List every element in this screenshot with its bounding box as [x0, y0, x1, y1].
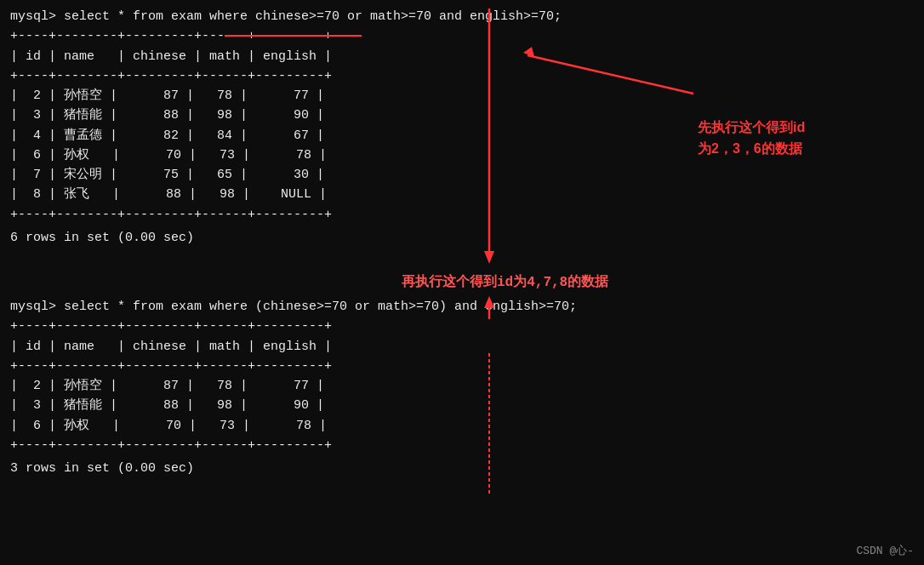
result2: 3 rows in set (0.00 sec) [10, 459, 914, 478]
divider5: +----+--------+---------+------+--------… [10, 357, 914, 376]
table-row: | 7 | 宋公明 | 75 | 65 | 30 | [10, 165, 914, 185]
table-row: | 8 | 张飞 | 88 | 98 | NULL | [10, 185, 914, 204]
annotation1: 再执行这个得到id为4,7,8的数据 [402, 272, 914, 294]
terminal-content: mysql> select * from exam where chinese>… [0, 0, 924, 488]
table-row: | 6 | 孙权 | 70 | 73 | 78 | [10, 416, 914, 436]
table-header2: | id | name | chinese | math | english | [10, 337, 914, 357]
divider1: +----+--------+---------+------+--------… [10, 26, 914, 46]
table-row: | 3 | 猪悟能 | 88 | 98 | 90 | [10, 396, 914, 415]
table-header: | id | name | chinese | math | english | [10, 47, 914, 66]
table-row: | 6 | 孙权 | 70 | 73 | 78 | [10, 146, 914, 165]
result1: 6 rows in set (0.00 sec) [10, 228, 914, 248]
table-row: | 4 | 曹孟德 | 82 | 84 | 67 | [10, 126, 914, 146]
table-row: | 2 | 孙悟空 | 87 | 78 | 77 | [10, 86, 914, 106]
table-rows-2: | 2 | 孙悟空 | 87 | 78 | 77 || 3 | 猪悟能 | 88… [10, 376, 914, 436]
divider3: +----+--------+---------+------+--------… [10, 205, 914, 225]
csdn-watermark: CSDN @心- [856, 543, 914, 558]
divider2: +----+--------+---------+------+--------… [10, 66, 914, 86]
table-row: | 3 | 猪悟能 | 88 | 98 | 90 | [10, 106, 914, 125]
table-row: | 2 | 孙悟空 | 87 | 78 | 77 | [10, 376, 914, 396]
divider6: +----+--------+---------+------+--------… [10, 436, 914, 455]
query1-line: mysql> select * from exam where chinese>… [10, 7, 914, 26]
table-rows-1: | 2 | 孙悟空 | 87 | 78 | 77 || 3 | 猪悟能 | 88… [10, 86, 914, 205]
divider4: +----+--------+---------+------+--------… [10, 317, 914, 336]
query2-line: mysql> select * from exam where (chinese… [10, 297, 914, 317]
